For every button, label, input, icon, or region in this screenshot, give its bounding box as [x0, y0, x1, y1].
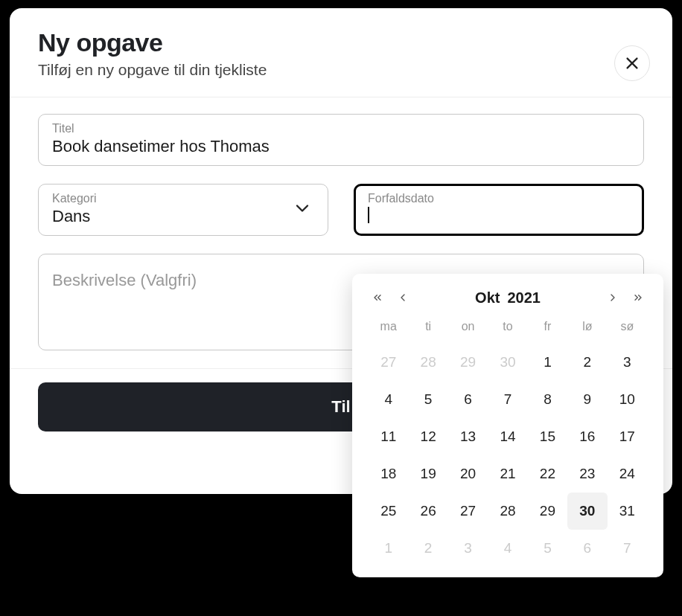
dialog-title: Ny opgave [38, 29, 644, 57]
calendar-day[interactable]: 5 [408, 381, 447, 418]
calendar-day[interactable]: 18 [369, 455, 408, 493]
calendar-day[interactable]: 23 [567, 455, 607, 493]
chevron-left-icon [397, 292, 409, 304]
chevrons-right-icon [632, 292, 644, 304]
calendar-day[interactable]: 31 [608, 493, 647, 530]
calendar-day[interactable]: 9 [567, 381, 607, 418]
calendar-day[interactable]: 28 [488, 493, 527, 530]
calendar-year: 2021 [507, 289, 541, 307]
calendar-day[interactable]: 26 [408, 493, 447, 530]
calendar-day[interactable]: 11 [369, 418, 408, 455]
next-month-button[interactable] [604, 289, 622, 307]
calendar-day[interactable]: 14 [488, 418, 527, 455]
chevrons-left-icon [372, 292, 383, 304]
calendar-day[interactable]: 20 [448, 455, 488, 493]
date-picker-popup: Okt 2021 mationtofrløsø27282930123456789… [352, 274, 663, 577]
calendar-day[interactable]: 19 [408, 455, 447, 493]
calendar-day[interactable]: 5 [528, 530, 567, 567]
calendar-day[interactable]: 4 [488, 530, 527, 567]
calendar-day[interactable]: 27 [369, 344, 408, 381]
calendar-day[interactable]: 6 [448, 381, 488, 418]
category-field[interactable]: Kategori Dans [38, 184, 328, 236]
calendar-day[interactable]: 30 [567, 493, 607, 530]
calendar-day[interactable]: 22 [528, 455, 567, 493]
calendar-day[interactable]: 8 [528, 381, 567, 418]
calendar-day[interactable]: 15 [528, 418, 567, 455]
due-date-field[interactable]: Forfaldsdato [354, 184, 644, 236]
calendar-day[interactable]: 2 [408, 530, 447, 567]
calendar-day[interactable]: 1 [369, 530, 408, 567]
calendar-dow: ma [369, 320, 408, 344]
calendar-dow: lø [567, 320, 607, 344]
calendar-day[interactable]: 10 [608, 381, 647, 418]
calendar-dow: to [488, 320, 527, 344]
due-date-label: Forfaldsdato [368, 192, 630, 205]
calendar-day[interactable]: 13 [448, 418, 488, 455]
calendar-day[interactable]: 30 [488, 344, 527, 381]
calendar-dow: sø [608, 320, 647, 344]
calendar-day[interactable]: 7 [608, 530, 647, 567]
calendar-header: Okt 2021 [369, 289, 647, 307]
calendar-day[interactable]: 1 [528, 344, 567, 381]
close-button[interactable] [614, 45, 650, 81]
dialog-header: Ny opgave Tilføj en ny opgave til din tj… [10, 8, 672, 97]
calendar-month: Okt [475, 289, 500, 307]
calendar-day[interactable]: 3 [448, 530, 488, 567]
chevron-right-icon [607, 292, 619, 304]
calendar-day[interactable]: 29 [528, 493, 567, 530]
calendar-day[interactable]: 24 [608, 455, 647, 493]
title-field[interactable]: Titel [38, 114, 644, 166]
calendar-title: Okt 2021 [475, 289, 541, 307]
calendar-day[interactable]: 7 [488, 381, 527, 418]
calendar-day[interactable]: 3 [608, 344, 647, 381]
calendar-day[interactable]: 12 [408, 418, 447, 455]
calendar-day[interactable]: 17 [608, 418, 647, 455]
next-year-button[interactable] [629, 289, 647, 307]
chevron-down-icon [292, 198, 313, 222]
calendar-day[interactable]: 2 [567, 344, 607, 381]
dialog-subtitle: Tilføj en ny opgave til din tjekliste [38, 61, 644, 79]
due-date-input[interactable] [368, 207, 630, 223]
calendar-dow: on [448, 320, 488, 344]
calendar-dow: ti [408, 320, 447, 344]
category-value: Dans [52, 207, 314, 226]
calendar-day[interactable]: 25 [369, 493, 408, 530]
prev-year-button[interactable] [369, 289, 386, 307]
title-input[interactable] [52, 137, 630, 156]
prev-month-button[interactable] [394, 289, 412, 307]
calendar-day[interactable]: 29 [448, 344, 488, 381]
calendar-grid: mationtofrløsø27282930123456789101112131… [369, 320, 647, 567]
calendar-day[interactable]: 16 [567, 418, 607, 455]
title-label: Titel [52, 122, 630, 135]
calendar-dow: fr [528, 320, 567, 344]
calendar-day[interactable]: 6 [567, 530, 607, 567]
calendar-day[interactable]: 28 [408, 344, 447, 381]
calendar-day[interactable]: 4 [369, 381, 408, 418]
close-icon [624, 55, 640, 71]
calendar-day[interactable]: 27 [448, 493, 488, 530]
calendar-day[interactable]: 21 [488, 455, 527, 493]
category-label: Kategori [52, 192, 314, 205]
